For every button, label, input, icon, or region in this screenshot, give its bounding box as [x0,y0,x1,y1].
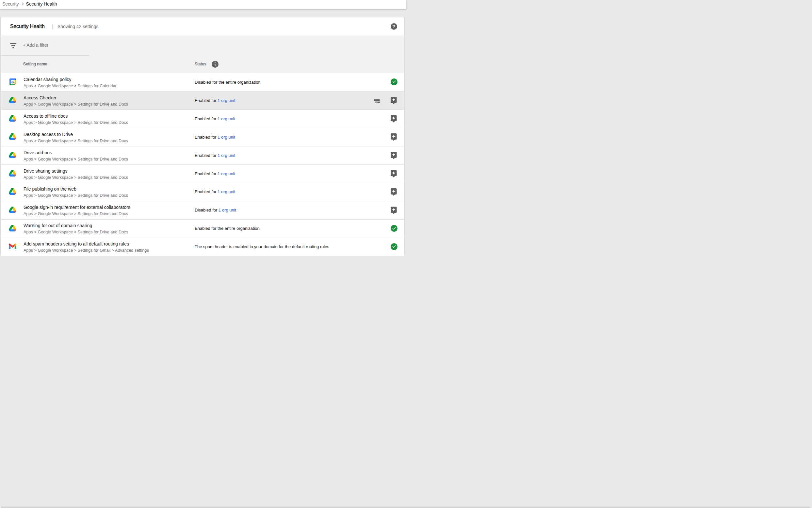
svg-text:?: ? [393,24,395,29]
svg-text:31: 31 [11,80,14,84]
